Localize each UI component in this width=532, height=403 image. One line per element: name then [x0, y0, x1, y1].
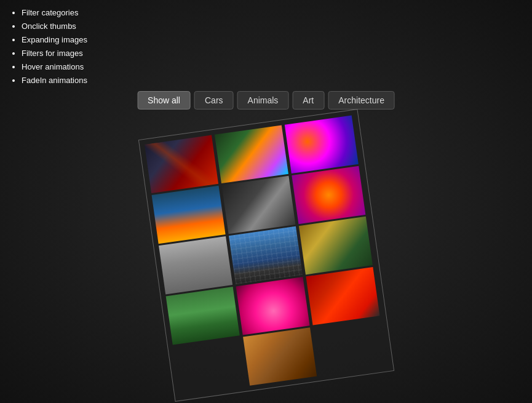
filter-show-all-button[interactable]: Show all [137, 91, 191, 110]
gallery-cell-empty2 [312, 317, 386, 376]
feature-item-expanding-images: Expanding images [22, 33, 87, 47]
gallery-border [138, 109, 394, 402]
gallery-cell-car3[interactable] [306, 267, 379, 325]
feature-list: Filter categories Onclick thumbs Expandi… [9, 6, 87, 88]
feature-item-onclick-thumbs: Onclick thumbs [22, 20, 87, 33]
gallery-cell-art1[interactable] [284, 115, 358, 174]
gallery-cell-architecture2[interactable] [243, 327, 317, 386]
gallery-cell-art2[interactable] [151, 186, 225, 244]
feature-item-filter-categories: Filter categories [22, 6, 87, 20]
filter-architecture-button[interactable]: Architecture [328, 91, 395, 110]
gallery-cell-flowers[interactable] [236, 277, 309, 335]
filter-animals-button[interactable]: Animals [237, 91, 289, 110]
gallery-cell-car2[interactable] [221, 176, 295, 234]
gallery-grid [144, 115, 387, 396]
gallery-cell-empty1 [173, 337, 247, 396]
gallery-cell-car1[interactable] [144, 135, 218, 193]
gallery-cell-animal2[interactable] [298, 217, 372, 275]
gallery-cell-animal1[interactable] [214, 125, 288, 183]
filter-bar: Show all Cars Animals Art Architecture [137, 91, 395, 110]
gallery-cell-art3[interactable] [292, 166, 365, 225]
filter-cars-button[interactable]: Cars [194, 91, 234, 110]
feature-item-hover-animations: Hover animations [22, 60, 87, 74]
filter-art-button[interactable]: Art [292, 91, 324, 110]
gallery-cell-architecture1[interactable] [228, 226, 302, 285]
gallery-cell-animal3[interactable] [165, 287, 239, 345]
feature-item-fadein-animations: FadeIn animations [22, 74, 87, 87]
gallery-cell-sculpture[interactable] [159, 236, 232, 295]
feature-item-filters-for-images: Filters for images [22, 47, 87, 60]
gallery-wrapper [138, 109, 394, 402]
